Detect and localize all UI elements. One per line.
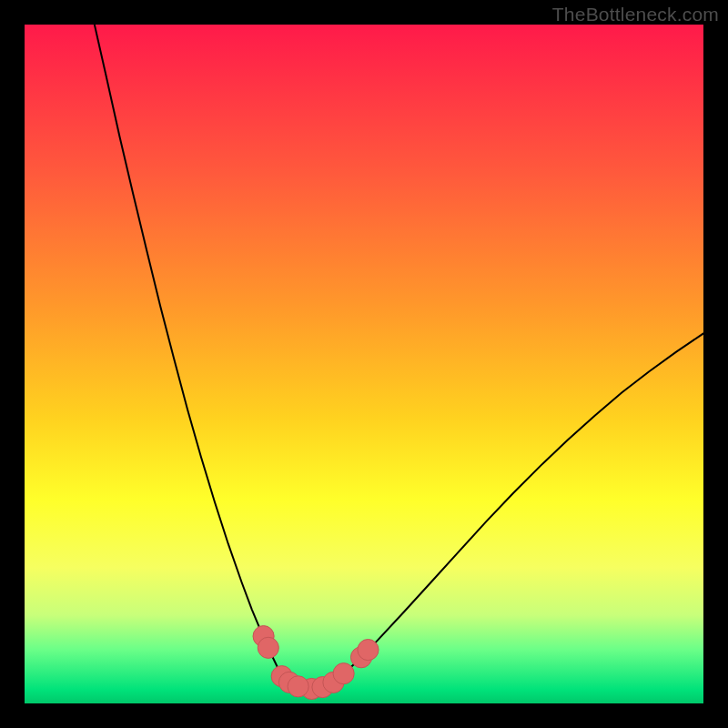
plot-area (25, 25, 703, 703)
marker-point (358, 640, 379, 661)
marker-point (288, 676, 308, 697)
marker-point (333, 663, 354, 684)
curve-layer (25, 25, 703, 703)
watermark-text: TheBottleneck.com (552, 4, 719, 25)
series-left-branch (95, 25, 281, 675)
bottleneck-curve (95, 25, 703, 689)
chart-frame: TheBottleneck.com (0, 0, 728, 728)
curve-markers (253, 626, 379, 700)
marker-point (258, 637, 278, 658)
series-right-branch (342, 333, 703, 674)
